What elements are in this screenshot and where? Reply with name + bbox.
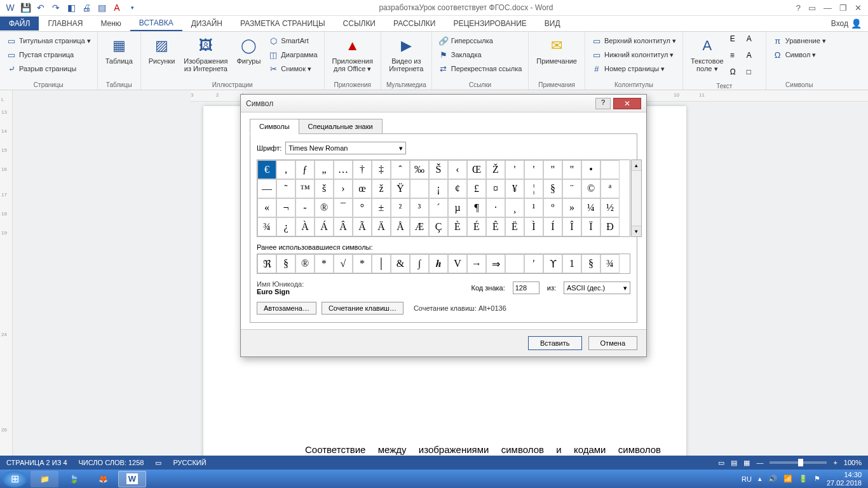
tab-special-chars[interactable]: Специальные знаки — [299, 119, 383, 134]
hyperlink-button[interactable]: 🔗Гиперссылка — [437, 34, 524, 47]
cancel-button[interactable]: Отмена — [588, 336, 637, 350]
symbol-cell[interactable]: ± — [372, 198, 391, 217]
word-count[interactable]: ЧИСЛО СЛОВ: 1258 — [79, 459, 144, 466]
recent-symbol-cell[interactable]: V — [448, 254, 467, 273]
shortcut-key-button[interactable]: Сочетание клавиш… — [322, 302, 403, 315]
screenshot-button[interactable]: ✂Снимок ▾ — [267, 62, 318, 75]
dialog-help-button[interactable]: ? — [595, 98, 611, 109]
online-video-button[interactable]: ▶Видео из Интернета — [386, 34, 426, 74]
symbol-cell[interactable]: ² — [391, 198, 410, 217]
symbol-cell[interactable]: À — [295, 217, 315, 236]
symbol-cell[interactable]: Ð — [600, 217, 620, 236]
scroll-up-icon[interactable]: ▴ — [632, 160, 641, 171]
page-break-button[interactable]: ⤶Разрыв страницы — [5, 62, 92, 75]
recent-symbol-cell[interactable]: √ — [334, 254, 353, 273]
symbol-cell[interactable]: µ — [448, 198, 467, 217]
font-select[interactable]: Times New Roman▾ — [285, 142, 406, 154]
symbol-cell[interactable]: " — [543, 160, 562, 179]
symbol-cell[interactable]: š — [315, 179, 334, 198]
tab-home[interactable]: ГЛАВНАЯ — [39, 17, 92, 30]
symbol-cell[interactable]: ž — [372, 179, 391, 198]
symbol-cell[interactable]: Å — [391, 217, 410, 236]
recent-symbol-cell[interactable]: & — [391, 254, 410, 273]
symbol-cell[interactable]: Æ — [410, 217, 429, 236]
symbol-cell[interactable]: ‡ — [372, 160, 391, 179]
symbol-cell[interactable]: « — [257, 198, 276, 217]
symbol-cell[interactable]: ¥ — [505, 179, 524, 198]
symbol-cell[interactable]: È — [448, 217, 467, 236]
view-web-icon[interactable]: ▦ — [743, 459, 750, 467]
code-input[interactable] — [513, 281, 539, 294]
tab-symbols[interactable]: Символы — [250, 119, 299, 134]
recent-symbol-cell[interactable]: * — [315, 254, 334, 273]
help-icon[interactable]: ? — [796, 3, 801, 13]
close-icon[interactable]: ✕ — [855, 3, 862, 13]
bookmark-button[interactable]: ⚑Закладка — [437, 48, 524, 61]
language-status[interactable]: РУССКИЙ — [173, 459, 206, 466]
redo-icon[interactable]: ↷ — [51, 3, 61, 13]
taskbar-app-leaf[interactable]: 🍃 — [60, 471, 88, 487]
zoom-slider[interactable] — [770, 461, 827, 464]
tray-action-icon[interactable]: ⚑ — [814, 475, 820, 483]
symbol-cell[interactable]: › — [334, 179, 353, 198]
tab-menu[interactable]: Меню — [92, 17, 130, 30]
symbol-cell[interactable]: ¡ — [429, 179, 448, 198]
tab-review[interactable]: РЕЦЕНЗИРОВАНИЕ — [444, 17, 535, 30]
recent-symbol-cell[interactable] — [505, 254, 524, 273]
start-button[interactable]: ⊞ — [3, 471, 27, 487]
symbol-cell[interactable]: ˜ — [276, 179, 295, 198]
online-pictures-button[interactable]: 🖼Изображения из Интернета — [181, 34, 230, 74]
symbol-cell[interactable]: · — [486, 198, 505, 217]
symbol-cell[interactable]: © — [581, 179, 600, 198]
symbol-cell[interactable]: Ä — [372, 217, 391, 236]
qat-dropdown-icon[interactable]: ▾ — [127, 3, 137, 13]
symbol-cell[interactable]: œ — [353, 179, 372, 198]
symbol-cell[interactable]: ' — [524, 160, 543, 179]
symbol-cell[interactable]: — — [257, 179, 276, 198]
recent-symbol-cell[interactable]: § — [581, 254, 600, 273]
wordart-icon[interactable]: A — [747, 34, 761, 48]
symbol-cell[interactable]: „ — [315, 160, 334, 179]
page-number-button[interactable]: #Номер страницы ▾ — [590, 62, 677, 75]
undo-icon[interactable]: ↶ — [36, 3, 46, 13]
cross-reference-button[interactable]: ⇄Перекрестная ссылка — [437, 62, 524, 75]
symbol-cell[interactable]: ¶ — [467, 198, 486, 217]
minimize-icon[interactable]: — — [824, 3, 832, 13]
signature-icon[interactable]: ≡ — [730, 51, 744, 65]
symbol-cell[interactable]: ‹ — [448, 160, 467, 179]
qat-icon-1[interactable]: ◧ — [66, 3, 76, 13]
text-box-button[interactable]: AТекстовое поле ▾ — [688, 34, 726, 74]
tray-clock[interactable]: 14:30 27.02.2018 — [827, 471, 862, 486]
symbol-cell[interactable]: - — [295, 198, 315, 217]
sign-in[interactable]: Вход👤 — [831, 18, 868, 29]
tab-page-layout[interactable]: РАЗМЕТКА СТРАНИЦЫ — [231, 17, 334, 30]
symbol-cell[interactable]: ¬ — [276, 198, 295, 217]
symbol-cell[interactable]: Î — [562, 217, 581, 236]
symbol-cell[interactable]: º — [543, 198, 562, 217]
symbol-cell[interactable]: ¿ — [276, 217, 295, 236]
taskbar-word[interactable]: W — [118, 471, 146, 487]
zoom-level[interactable]: 100% — [844, 459, 862, 466]
scroll-down-icon[interactable]: ▾ — [632, 226, 641, 236]
recent-symbol-cell[interactable]: ℜ — [257, 254, 276, 273]
zoom-out-icon[interactable]: — — [756, 459, 763, 466]
object-icon[interactable]: □ — [747, 67, 761, 81]
symbol-cell[interactable]: Ë — [505, 217, 524, 236]
recent-symbol-cell[interactable]: 1 — [562, 254, 581, 273]
symbol-cell[interactable]: ¾ — [257, 217, 276, 236]
table-button[interactable]: ▦ Таблица — [103, 34, 135, 66]
symbol-cell[interactable]: † — [353, 160, 372, 179]
symbol-cell[interactable]: ¯ — [334, 198, 353, 217]
symbol-cell[interactable]: ™ — [295, 179, 315, 198]
restore-icon[interactable]: ❐ — [839, 3, 847, 13]
tab-file[interactable]: ФАЙЛ — [0, 17, 39, 30]
symbol-cell[interactable]: Â — [334, 217, 353, 236]
symbol-cell[interactable]: ¹ — [524, 198, 543, 217]
view-print-icon[interactable]: ▤ — [731, 459, 737, 467]
tab-design[interactable]: ДИЗАЙН — [182, 17, 231, 30]
symbol-cell[interactable]: Ï — [581, 217, 600, 236]
from-select[interactable]: ASCII (дес.)▾ — [564, 281, 630, 294]
tab-references[interactable]: ССЫЛКИ — [334, 17, 384, 30]
tray-lang[interactable]: RU — [742, 475, 752, 483]
symbol-cell[interactable]: Ì — [524, 217, 543, 236]
